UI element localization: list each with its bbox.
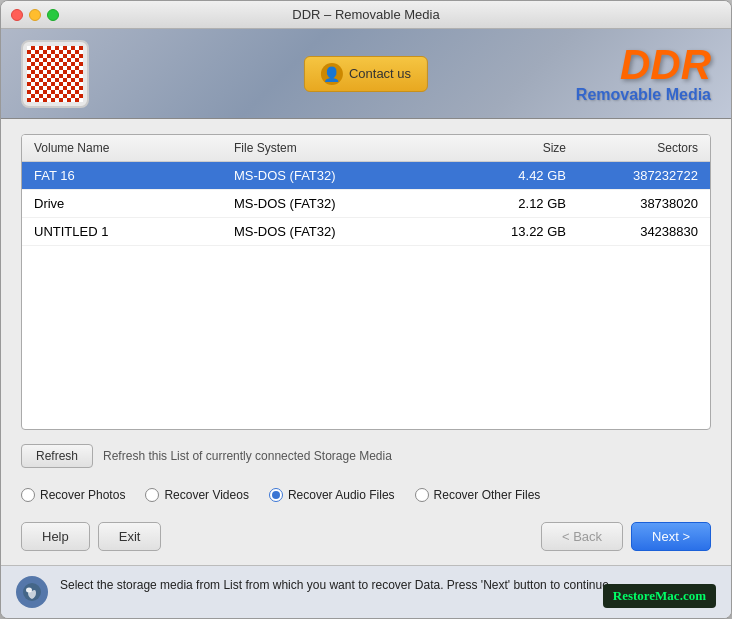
cell-filesystem: MS-DOS (FAT32) [230, 194, 450, 213]
contact-label: Contact us [349, 66, 411, 81]
titlebar: DDR – Removable Media [1, 1, 731, 29]
cell-filesystem: MS-DOS (FAT32) [230, 166, 450, 185]
traffic-lights [11, 9, 59, 21]
table-body: FAT 16 MS-DOS (FAT32) 4.42 GB 387232722 … [22, 162, 710, 428]
refresh-button[interactable]: Refresh [21, 444, 93, 468]
cell-sectors: 387232722 [570, 166, 702, 185]
window-title: DDR – Removable Media [292, 7, 439, 22]
radio-label-other: Recover Other Files [434, 488, 541, 502]
radio-circle-videos [145, 488, 159, 502]
radio-circle-photos [21, 488, 35, 502]
app-logo [21, 40, 89, 108]
contact-button[interactable]: 👤 Contact us [304, 56, 428, 92]
radio-recover-audio[interactable]: Recover Audio Files [269, 488, 395, 502]
back-button: < Back [541, 522, 623, 551]
table-row[interactable]: UNTITLED 1 MS-DOS (FAT32) 13.22 GB 34238… [22, 218, 710, 246]
radio-label-photos: Recover Photos [40, 488, 125, 502]
cell-filesystem: MS-DOS (FAT32) [230, 222, 450, 241]
cell-sectors: 38738020 [570, 194, 702, 213]
cell-volume: FAT 16 [30, 166, 230, 185]
refresh-bar: Refresh Refresh this List of currently c… [21, 440, 711, 472]
radio-label-audio: Recover Audio Files [288, 488, 395, 502]
restore-badge: RestoreMac.com [603, 584, 716, 608]
logo-checker-pattern [27, 46, 83, 102]
close-button[interactable] [11, 9, 23, 21]
cell-volume: UNTITLED 1 [30, 222, 230, 241]
recovery-type-group: Recover Photos Recover Videos Recover Au… [21, 482, 711, 508]
action-buttons: Help Exit < Back Next > [21, 518, 711, 555]
col-volume-name: Volume Name [30, 139, 230, 157]
radio-recover-other[interactable]: Recover Other Files [415, 488, 541, 502]
contact-icon: 👤 [321, 63, 343, 85]
col-file-system: File System [230, 139, 450, 157]
app-window: DDR – Removable Media 👤 Contact us DDR R… [0, 0, 732, 619]
radio-recover-photos[interactable]: Recover Photos [21, 488, 125, 502]
app-header: 👤 Contact us DDR Removable Media [1, 29, 731, 119]
status-bar: Select the storage media from List from … [1, 565, 731, 618]
next-button[interactable]: Next > [631, 522, 711, 551]
radio-circle-audio [269, 488, 283, 502]
radio-label-videos: Recover Videos [164, 488, 249, 502]
cell-volume: Drive [30, 194, 230, 213]
main-content: Volume Name File System Size Sectors FAT… [1, 119, 731, 565]
cell-size: 13.22 GB [450, 222, 570, 241]
status-icon [16, 576, 48, 608]
help-button[interactable]: Help [21, 522, 90, 551]
table-header: Volume Name File System Size Sectors [22, 135, 710, 162]
radio-circle-other [415, 488, 429, 502]
col-sectors: Sectors [570, 139, 702, 157]
ddr-logo-text: DDR [576, 44, 711, 86]
table-row[interactable]: Drive MS-DOS (FAT32) 2.12 GB 38738020 [22, 190, 710, 218]
branding: DDR Removable Media [576, 44, 711, 104]
cell-sectors: 34238830 [570, 222, 702, 241]
col-size: Size [450, 139, 570, 157]
media-table: Volume Name File System Size Sectors FAT… [21, 134, 711, 430]
table-row[interactable]: FAT 16 MS-DOS (FAT32) 4.42 GB 387232722 [22, 162, 710, 190]
removable-media-text: Removable Media [576, 86, 711, 104]
cell-size: 2.12 GB [450, 194, 570, 213]
radio-recover-videos[interactable]: Recover Videos [145, 488, 249, 502]
exit-button[interactable]: Exit [98, 522, 162, 551]
refresh-description: Refresh this List of currently connected… [103, 449, 392, 463]
cell-size: 4.42 GB [450, 166, 570, 185]
minimize-button[interactable] [29, 9, 41, 21]
maximize-button[interactable] [47, 9, 59, 21]
